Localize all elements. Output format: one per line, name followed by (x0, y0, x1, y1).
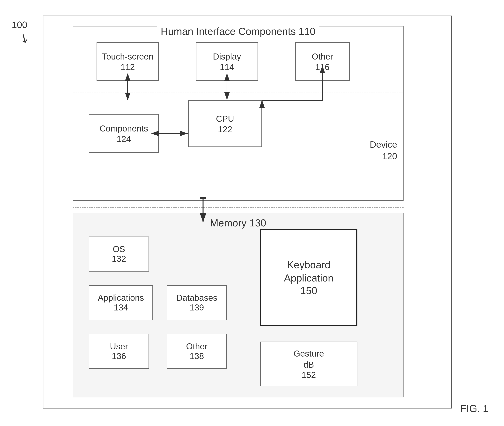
device-number: 120 (382, 151, 397, 162)
hic-title: Human Interface Components 110 (157, 26, 320, 37)
user-label: User (110, 341, 128, 351)
other138-box: Other 138 (167, 334, 227, 369)
other116-box: Other 116 (295, 42, 350, 81)
figure-label: FIG. 1 (460, 403, 489, 414)
other138-label: Other (186, 341, 207, 351)
touchscreen-number: 112 (120, 62, 135, 72)
memory-box: Memory 130 OS 132 Applications 134 Datab… (73, 213, 403, 398)
touchscreen-label: Touch-screen (102, 51, 153, 62)
device-label: Device (370, 139, 397, 150)
apps-label: Applications (98, 293, 144, 303)
touchscreen-box: Touch-screen 112 (96, 42, 159, 81)
display-label: Display (213, 51, 241, 62)
ref-100-arrow: ↘ (17, 29, 32, 46)
dashed-divider-top (73, 92, 403, 93)
gesture-label: GesturedB (293, 348, 324, 370)
components124-number: 124 (117, 134, 131, 144)
apps-number: 134 (114, 303, 128, 312)
os-label: OS (113, 244, 125, 254)
keyboard-box: KeyboardApplication 150 (260, 229, 358, 326)
display-number: 114 (220, 62, 234, 72)
components124-box: Components 124 (89, 114, 159, 153)
ref-100-label: 100 (12, 20, 27, 30)
cpu-number: 122 (218, 125, 232, 134)
keyboard-label: KeyboardApplication (284, 258, 334, 284)
gesture-number: 152 (301, 370, 316, 380)
keyboard-number: 150 (300, 285, 317, 297)
db-label: Databases (176, 293, 217, 303)
dashed-divider-bottom (73, 207, 403, 207)
os-box: OS 132 (89, 236, 149, 271)
hic-box: Human Interface Components 110 Touch-scr… (73, 26, 403, 201)
user-box: User 136 (89, 334, 149, 369)
apps-box: Applications 134 (89, 285, 153, 320)
diagram-container: Human Interface Components 110 Touch-scr… (43, 15, 452, 409)
gesture-box: GesturedB 152 (260, 341, 358, 386)
other116-label: Other (312, 51, 333, 62)
cpu-memory-arrow-svg (183, 197, 222, 226)
other138-number: 138 (190, 351, 204, 361)
db-box: Databases 139 (167, 285, 227, 320)
other116-number: 116 (315, 62, 329, 72)
components124-label: Components (100, 123, 148, 134)
os-number: 132 (112, 254, 126, 264)
display-box: Display 114 (196, 42, 258, 81)
user-number: 136 (112, 351, 126, 361)
db-number: 139 (190, 303, 204, 312)
cpu-label: CPU (216, 113, 234, 124)
cpu-box: CPU 122 (188, 100, 262, 147)
